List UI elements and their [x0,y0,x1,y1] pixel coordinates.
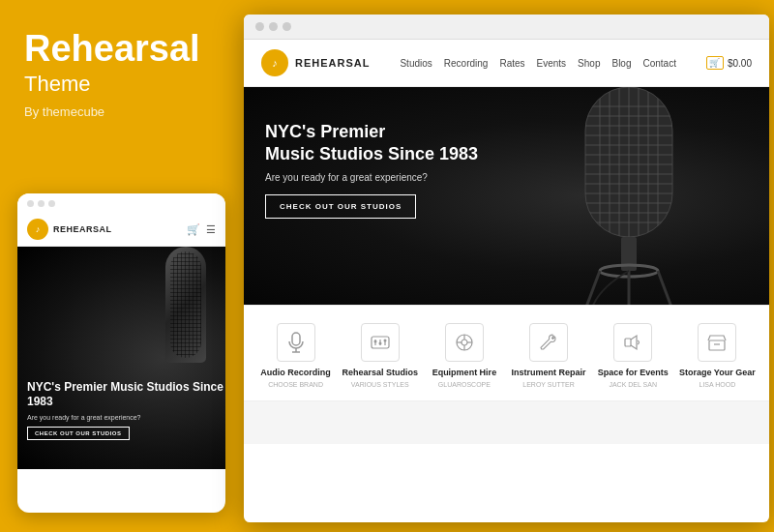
services-section: Audio Recording CHOOSE BRAND Rehearsal S… [244,305,769,400]
service-name: Space for Events [598,368,669,378]
service-item: Instrument Repair LEROY SUTTER [510,323,587,389]
service-name: Rehearsal Studios [342,368,418,378]
nav-studios[interactable]: Studios [400,58,432,69]
service-icon-5[interactable] [698,323,736,362]
mobile-header-icons: 🛒 ☰ [187,223,216,236]
nav-blog[interactable]: Blog [611,58,631,69]
hero-subheadline: Are you ready for a great experience? [265,172,478,183]
nav-links[interactable]: Studios Recording Rates Events Shop Blog… [400,58,676,69]
hero-cta-button[interactable]: CHECK OUT OUR STUDIOS [265,194,416,219]
site-logo: ♪ REHEARSAL [261,49,370,76]
nav-recording[interactable]: Recording [444,58,489,69]
cart-amount: $0.00 [728,58,752,69]
hero-section: NYC's Premier Music Studios Since 1983 A… [244,87,769,305]
dot-maximize[interactable] [283,22,291,31]
svg-point-37 [373,340,376,343]
svg-rect-30 [292,333,300,345]
hero-text-content: NYC's Premier Music Studios Since 1983 A… [265,121,478,219]
services-row: Audio Recording CHOOSE BRAND Rehearsal S… [253,323,759,389]
mobile-cta-button[interactable]: CHECK OUT OUR STUDIOS [27,427,130,440]
service-sub: GLUAROSCOPE [438,380,491,389]
service-icon-4[interactable] [613,323,652,362]
service-sub: JACK DEL SAN [609,380,657,389]
hero-headline: NYC's Premier Music Studios Since 1983 [265,121,478,164]
mobile-hero-content: NYC's Premier Music Studios Since 1983 A… [27,380,225,440]
svg-rect-46 [625,339,631,346]
nav-contact[interactable]: Contact [642,58,675,69]
nav-events[interactable]: Events [537,58,567,69]
service-item: Space for Events JACK DEL SAN [594,323,671,389]
browser-dots [255,22,291,31]
hero-microphone [518,87,740,305]
nav-shop[interactable]: Shop [578,58,600,69]
mobile-mic [165,247,206,363]
service-sub: VARIOUS STYLES [351,380,409,389]
site-navigation: ♪ REHEARSAL Studios Recording Rates Even… [244,40,769,87]
mobile-logo: ♪ REHEARSAL [27,219,112,240]
service-name: Equipment Hire [432,368,497,378]
browser-window: ♪ REHEARSAL Studios Recording Rates Even… [244,15,769,522]
mobile-dots [17,193,225,214]
service-icon-2[interactable] [445,323,484,362]
service-sub: CHOOSE BRAND [268,380,323,389]
service-item: Audio Recording CHOOSE BRAND [257,323,335,389]
service-sub: LISA HOOD [699,380,735,389]
service-item: Equipment Hire GLUAROSCOPE [426,323,503,389]
mobile-cart-icon[interactable]: 🛒 [187,223,200,236]
theme-subtitle: Theme [24,72,213,97]
mobile-mic-grid [170,251,201,358]
service-item: Storage Your Gear LISA HOOD [678,323,756,389]
svg-rect-47 [709,340,725,350]
site-logo-icon: ♪ [261,49,288,76]
site-logo-text: REHEARSAL [295,57,370,69]
svg-line-24 [585,271,600,305]
service-icon-1[interactable] [361,323,400,362]
mobile-logo-icon: ♪ [27,219,48,240]
cart-area[interactable]: 🛒 $0.00 [706,56,752,70]
service-icon-0[interactable] [277,323,315,362]
service-icon-3[interactable] [529,323,568,362]
svg-point-39 [383,340,386,342]
browser-toolbar [244,15,769,40]
mobile-hero-sub: Are you ready for a great experience? [27,414,225,421]
mobile-hero-headline: NYC's Premier Music Studios Since 1983 [27,380,225,410]
mobile-menu-icon[interactable]: ☰ [206,223,216,236]
mobile-logo-text: REHEARSAL [53,224,112,234]
dot-close[interactable] [255,22,264,31]
dot-minimize[interactable] [269,22,278,31]
svg-line-25 [658,271,672,305]
mobile-preview-card: ♪ REHEARSAL 🛒 ☰ NYC's Premier Music Stud… [17,193,225,513]
svg-point-41 [461,340,467,345]
theme-title: Rehearsal [24,29,213,70]
svg-point-38 [378,342,381,345]
service-name: Instrument Repair [512,368,586,378]
service-item: Rehearsal Studios VARIOUS STYLES [342,323,419,389]
nav-rates[interactable]: Rates [499,58,524,69]
mobile-nav-header: ♪ REHEARSAL 🛒 ☰ [17,214,225,247]
cart-icon[interactable]: 🛒 [706,56,724,70]
service-name: Audio Recording [260,368,331,378]
left-panel: Rehearsal Theme By themecube ♪ REHEARSAL… [0,0,237,532]
by-line: By themecube [24,104,213,119]
footer-strip [244,400,769,444]
service-name: Storage Your Gear [679,368,756,378]
mobile-hero-section: NYC's Premier Music Studios Since 1983 A… [17,247,225,469]
service-sub: LEROY SUTTER [522,380,575,389]
